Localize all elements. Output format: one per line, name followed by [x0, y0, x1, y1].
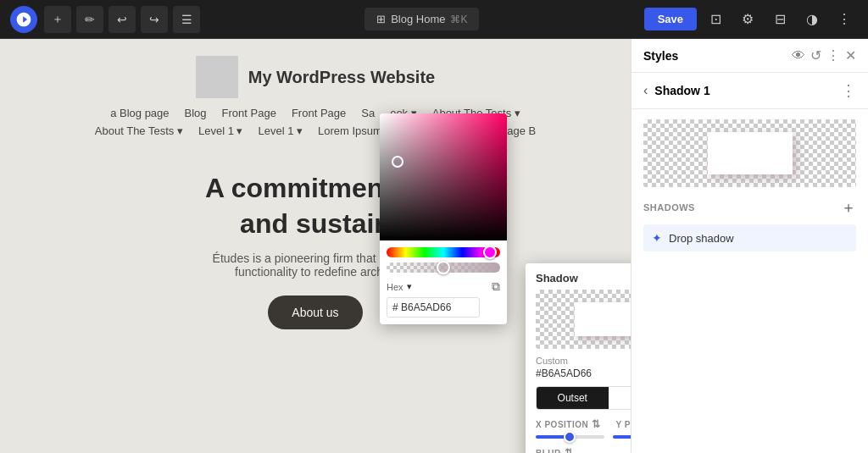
hex-row: Hex ▾ ⧉ — [387, 279, 500, 294]
more-menu-icon[interactable]: ⋮ — [826, 47, 840, 64]
hue-thumb[interactable] — [483, 246, 497, 259]
shadow-popup-title: Shadow — [526, 263, 631, 290]
nav-item-blog-page[interactable]: a Blog page — [110, 107, 169, 119]
x-adjust-icon[interactable]: ⇅ — [592, 418, 601, 430]
y-position-label: Y POSITION ⇅ — [615, 418, 631, 430]
y-position-slider[interactable] — [613, 435, 632, 439]
blog-home-icon: ⊞ — [376, 13, 386, 25]
history-icon[interactable]: ↺ — [810, 47, 821, 64]
redo-button[interactable]: ↪ — [141, 6, 168, 33]
blog-home-label: Blog Home — [391, 13, 445, 25]
color-selector-handle[interactable] — [392, 156, 403, 168]
alpha-thumb[interactable] — [437, 261, 450, 274]
nav-item-blog[interactable]: Blog — [185, 107, 207, 119]
undo-button[interactable]: ↩ — [108, 6, 136, 33]
shadows-section-label: SHADOWS — [643, 202, 695, 213]
panels-icon[interactable]: ⊟ — [766, 6, 793, 33]
site-logo-row: My WordPress Website — [196, 56, 435, 98]
nav-item-about-tests-2[interactable]: About The Tests ▾ — [95, 124, 183, 137]
hero-section: A commitment toand sustain Études is a p… — [34, 146, 597, 338]
x-position-label: X POSITION ⇅ — [536, 418, 601, 430]
hue-slider[interactable] — [387, 247, 500, 257]
save-button[interactable]: Save — [644, 8, 697, 30]
nav-item-level1-2[interactable]: Level 1 ▾ — [258, 124, 303, 137]
devices-icon[interactable]: ⊡ — [702, 6, 729, 33]
toolbar-icons: ＋ ✏ ↩ ↪ ☰ — [44, 6, 200, 33]
picker-controls: Hex ▾ ⧉ — [380, 240, 507, 324]
hex-dropdown[interactable]: ▾ — [407, 281, 412, 292]
style-toggle-icon[interactable]: ◑ — [798, 6, 826, 33]
shadow-preview-box — [575, 302, 632, 336]
more-options-icon[interactable]: ⋮ — [831, 6, 858, 33]
add-shadow-button[interactable]: ＋ — [841, 197, 856, 218]
site-logo — [196, 56, 238, 98]
shadow-1-title: Shadow 1 — [654, 84, 841, 97]
back-arrow-icon[interactable]: ‹ — [643, 83, 648, 98]
tools-button[interactable]: ✏ — [76, 6, 103, 33]
hex-label: Hex — [387, 282, 403, 292]
shadow-color-row: Custom #B6A5AD66 — [526, 356, 631, 386]
shadow-1-header: ‹ Shadow 1 ⋮ — [632, 73, 868, 109]
toolbar-center: ⊞ Blog Home ⌘K — [207, 8, 637, 30]
color-picker-popup: Hex ▾ ⧉ — [380, 113, 507, 324]
shadow-color-value: #B6A5AD66 — [536, 367, 631, 379]
position-sliders: X POSITION ⇅ Y POSITION ⇅ — [526, 418, 631, 447]
shadow-color-label: Custom — [536, 356, 631, 366]
keyboard-shortcut: ⌘K — [450, 14, 467, 25]
drop-shadow-label: Drop shadow — [669, 232, 848, 245]
inset-button[interactable]: Inset — [609, 387, 632, 409]
hex-input-row — [387, 297, 500, 318]
main-layout: My WordPress Website a Blog page Blog Fr… — [0, 39, 868, 453]
settings-icon[interactable]: ⚙ — [734, 6, 761, 33]
blur-label: BLUR ⇅ — [536, 447, 573, 453]
outset-inset-toggle: Outset Inset — [536, 386, 631, 410]
add-block-button[interactable]: ＋ — [44, 6, 71, 33]
copy-icon[interactable]: ⧉ — [492, 279, 500, 294]
hero-title: A commitment toand sustain — [34, 171, 597, 241]
nav-item-lorem-ipsum[interactable]: Lorem Ipsum — [318, 124, 382, 137]
eye-icon[interactable]: 👁 — [792, 48, 805, 64]
nav-item-front-page-1[interactable]: Front Page — [222, 107, 276, 119]
nav-item-sa[interactable]: Sa — [361, 107, 375, 119]
styles-panel: Styles 👁 ↺ ⋮ ✕ ‹ Shadow 1 ⋮ SHADOWS ＋ ✦ … — [631, 39, 868, 453]
hex-input[interactable] — [387, 297, 480, 318]
shadow-preview-inner-box — [708, 132, 793, 174]
canvas-area: My WordPress Website a Blog page Blog Fr… — [0, 39, 631, 453]
styles-panel-header: Styles 👁 ↺ ⋮ ✕ — [632, 39, 868, 73]
x-position-slider[interactable] — [536, 435, 604, 439]
shadow-options-icon[interactable]: ⋮ — [841, 81, 856, 100]
drop-shadow-item[interactable]: ✦ Drop shadow — [643, 224, 856, 251]
alpha-slider[interactable] — [387, 262, 500, 273]
list-view-button[interactable]: ☰ — [173, 6, 200, 33]
nav-item-front-page-2[interactable]: Front Page — [292, 107, 346, 119]
hero-subtitle: Études is a pioneering firm that seam...… — [34, 251, 597, 279]
styles-panel-title: Styles — [643, 49, 787, 63]
blur-spread-labels: BLUR ⇅ SPREAD ⇅ — [536, 447, 631, 453]
blog-home-button[interactable]: ⊞ Blog Home ⌘K — [364, 8, 479, 30]
close-icon[interactable]: ✕ — [845, 47, 856, 64]
top-bar: ＋ ✏ ↩ ↪ ☰ ⊞ Blog Home ⌘K Save ⊡ ⚙ ⊟ ◑ ⋮ — [0, 0, 868, 39]
about-us-button[interactable]: About us — [268, 296, 362, 329]
drop-shadow-icon: ✦ — [652, 231, 662, 245]
position-labels: X POSITION ⇅ Y POSITION ⇅ — [536, 418, 631, 430]
blur-adjust-icon[interactable]: ⇅ — [565, 447, 574, 453]
shadow-popup-preview — [536, 290, 631, 349]
nav-item-level1-1[interactable]: Level 1 ▾ — [198, 124, 243, 137]
shadow-popup: Shadow Custom #B6A5AD66 Outset Inset X P… — [526, 263, 631, 453]
gradient-square[interactable] — [380, 113, 507, 240]
shadow-panel-preview — [643, 119, 856, 187]
wp-logo[interactable] — [10, 6, 37, 33]
toolbar-right: Save ⊡ ⚙ ⊟ ◑ ⋮ — [644, 6, 858, 33]
shadows-section: SHADOWS ＋ ✦ Drop shadow — [632, 197, 868, 251]
shadows-header: SHADOWS ＋ — [643, 197, 856, 218]
wp-logo-icon — [15, 11, 32, 28]
site-header: My WordPress Website a Blog page Blog Fr… — [34, 56, 597, 137]
blur-spread-sliders: BLUR ⇅ SPREAD ⇅ — [526, 447, 631, 453]
outset-button[interactable]: Outset — [537, 387, 609, 409]
site-title: My WordPress Website — [248, 68, 435, 87]
